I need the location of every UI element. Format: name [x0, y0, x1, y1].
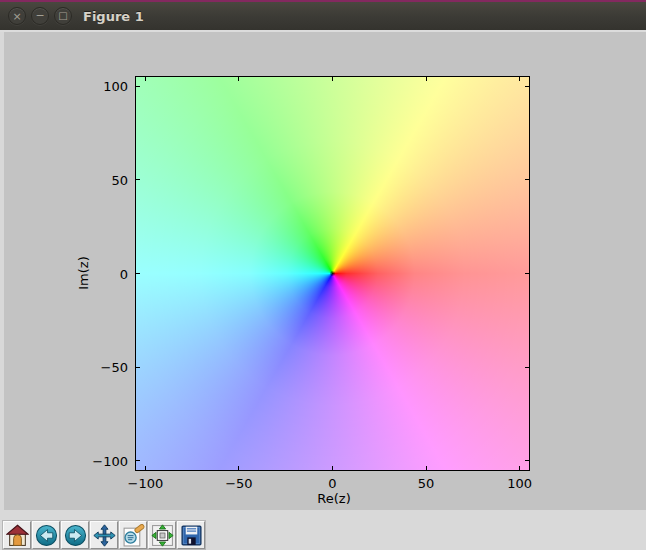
window-controls: × − □ [8, 7, 72, 25]
y-tick-mark [525, 460, 529, 461]
back-button[interactable] [32, 521, 60, 549]
x-tick-mark [426, 77, 427, 81]
y-tick-mark [136, 179, 140, 180]
minimize-button[interactable]: − [31, 7, 49, 25]
figure-canvas: Re(z) Im(z) −100−50050100−100−50050100 [0, 30, 646, 510]
plot-area[interactable] [135, 76, 530, 471]
x-tick-mark [519, 466, 520, 470]
subplots-icon [151, 524, 174, 547]
x-tick-mark [332, 466, 333, 470]
x-tick-mark [145, 77, 146, 81]
forward-icon [64, 524, 87, 547]
x-tick-label: −100 [127, 476, 163, 491]
y-tick-mark [525, 179, 529, 180]
canvas-left-border [0, 30, 4, 510]
x-tick-mark [145, 466, 146, 470]
home-icon [6, 524, 29, 547]
x-tick-label: 50 [418, 476, 435, 491]
y-tick-mark [136, 367, 140, 368]
x-tick-mark [426, 466, 427, 470]
y-tick-label: 0 [120, 266, 128, 281]
x-tick-mark [519, 77, 520, 81]
y-tick-mark [136, 460, 140, 461]
figure-window: × − □ Figure 1 Re(z) Im(z) −100−50050100… [0, 0, 646, 550]
close-button[interactable]: × [8, 7, 26, 25]
maximize-button[interactable]: □ [54, 7, 72, 25]
close-icon: × [12, 11, 21, 22]
x-tick-label: −50 [225, 476, 252, 491]
y-tick-label: −50 [101, 360, 128, 375]
x-tick-mark [332, 77, 333, 81]
y-tick-label: 100 [103, 79, 128, 94]
save-icon [180, 524, 203, 547]
save-button[interactable] [177, 521, 205, 549]
y-tick-label: −100 [92, 453, 128, 468]
canvas-top-border [0, 30, 646, 32]
x-tick-label: 0 [328, 476, 336, 491]
x-tick-label: 100 [507, 476, 532, 491]
zoom-to-rect-button[interactable] [119, 521, 147, 549]
x-tick-mark [238, 466, 239, 470]
y-tick-label: 50 [111, 172, 128, 187]
window-title: Figure 1 [83, 9, 144, 24]
configure-subplots-button[interactable] [148, 521, 176, 549]
maximize-icon: □ [58, 11, 67, 21]
y-tick-mark [136, 273, 140, 274]
x-tick-mark [238, 77, 239, 81]
y-axis-label: Im(z) [76, 256, 91, 289]
pan-button[interactable] [90, 521, 118, 549]
y-tick-mark [525, 367, 529, 368]
forward-button[interactable] [61, 521, 89, 549]
y-tick-mark [525, 273, 529, 274]
minimize-icon: − [35, 10, 44, 21]
pan-icon [93, 524, 116, 547]
titlebar[interactable]: × − □ Figure 1 [0, 0, 646, 30]
back-icon [35, 524, 58, 547]
home-button[interactable] [3, 521, 31, 549]
x-axis-label: Re(z) [317, 491, 350, 506]
y-tick-mark [525, 86, 529, 87]
navigation-toolbar [0, 510, 646, 550]
y-tick-mark [136, 86, 140, 87]
zoom-rect-icon [122, 524, 145, 547]
